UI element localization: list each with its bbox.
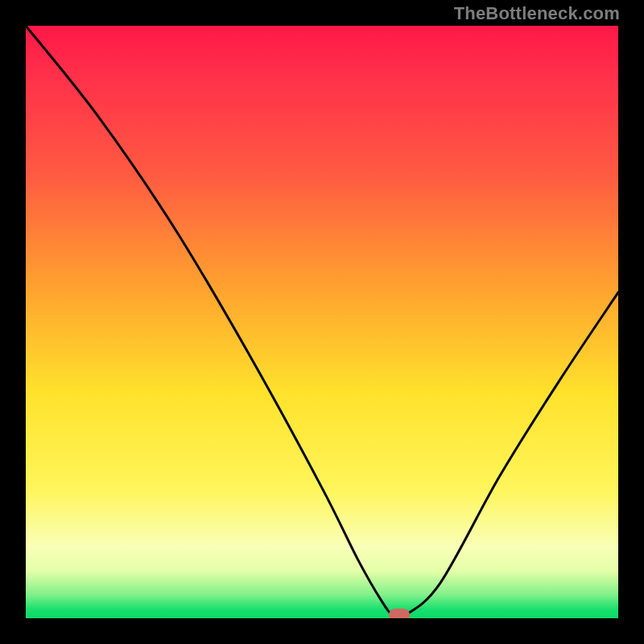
- plot-area: [26, 26, 618, 618]
- chart-frame: TheBottleneck.com: [0, 0, 644, 644]
- bottleneck-curve: [26, 26, 618, 618]
- watermark-text: TheBottleneck.com: [454, 3, 620, 24]
- optimum-marker: [389, 609, 410, 618]
